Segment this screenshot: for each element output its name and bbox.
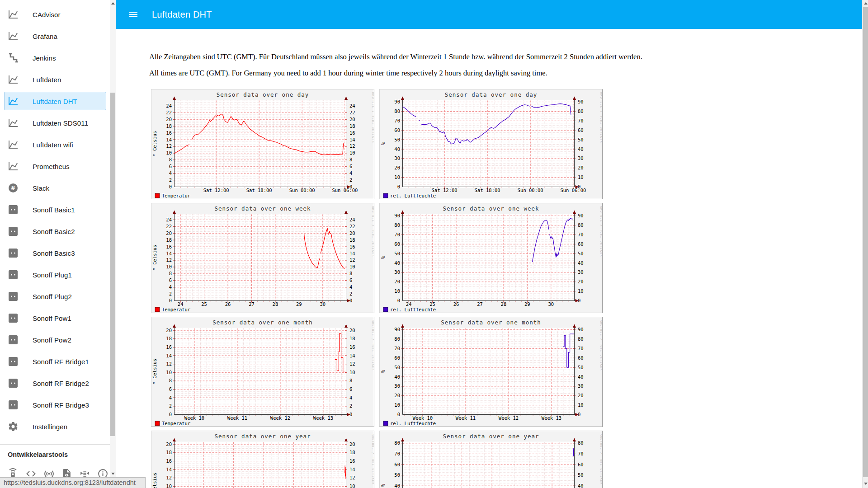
svg-text:Sensor data over one week: Sensor data over one week <box>214 205 311 212</box>
svg-text:10: 10 <box>394 402 400 408</box>
svg-text:28: 28 <box>501 301 507 307</box>
svg-text:6: 6 <box>349 386 352 392</box>
svg-text:12: 12 <box>349 361 355 366</box>
status-url: https://tedsluis.duckdns.org:8123/luftda… <box>4 479 136 486</box>
svg-text:80: 80 <box>578 336 584 342</box>
sidebar-item-slack[interactable]: #Slack <box>0 177 116 199</box>
sidebar-item-luftdaten-wifi[interactable]: Luftdaten wifi <box>0 134 116 155</box>
svg-text:0: 0 <box>397 298 400 303</box>
svg-text:80: 80 <box>578 440 584 446</box>
sidebar-item-sonoff-rf-bridge3[interactable]: Sonoff RF Bridge3 <box>0 394 116 416</box>
svg-text:50: 50 <box>578 472 584 478</box>
svg-text:70: 70 <box>578 232 584 237</box>
svg-text:80: 80 <box>578 222 584 228</box>
svg-text:Week 13: Week 13 <box>313 415 333 421</box>
svg-text:Week 13: Week 13 <box>542 415 561 421</box>
svg-text:RRDTOOL / TOBI OETIKER: RRDTOOL / TOBI OETIKER <box>599 320 602 371</box>
svg-text:10: 10 <box>349 150 355 155</box>
menu-icon[interactable] <box>128 9 139 20</box>
svg-text:%: % <box>380 142 386 145</box>
sidebar-item-cadvisor[interactable]: CAdvisor <box>0 4 116 25</box>
svg-text:60: 60 <box>394 462 400 467</box>
sidebar-item-label: Sonoff Pow2 <box>33 336 71 344</box>
sidebar-item-sonoff-rf-bridge2[interactable]: Sonoff RF Bridge2 <box>0 372 116 394</box>
sidebar-scrollbar[interactable] <box>110 0 116 488</box>
svg-text:16: 16 <box>349 344 355 350</box>
svg-text:° Celsius: ° Celsius <box>152 245 157 271</box>
main-scroll-thumb[interactable] <box>863 7 868 477</box>
svg-text:10: 10 <box>349 370 355 375</box>
sidebar-scroll-up-icon[interactable] <box>111 2 115 5</box>
svg-text:Week 12: Week 12 <box>499 415 519 421</box>
sidebar: CAdvisorGrafanaJenkinsLuftdatenLuftdaten… <box>0 0 116 488</box>
svg-text:40: 40 <box>394 374 400 380</box>
svg-text:#: # <box>10 184 15 192</box>
svg-text:10: 10 <box>394 288 400 294</box>
svg-text:18: 18 <box>349 123 355 129</box>
sidebar-item-sonoff-pow2[interactable]: Sonoff Pow2 <box>0 329 116 351</box>
svg-text:8: 8 <box>349 157 352 162</box>
svg-text:18: 18 <box>166 336 172 341</box>
sidebar-item-sonoff-rf-bridge1[interactable]: Sonoff RF Bridge1 <box>0 351 116 372</box>
sidebar-item-jenkins[interactable]: Jenkins <box>0 47 116 69</box>
main-scrollbar[interactable] <box>862 0 868 488</box>
sidebar-item-luftdaten-dht[interactable]: Luftdaten DHT <box>0 90 116 112</box>
svg-text:10: 10 <box>166 264 172 269</box>
svg-text:40: 40 <box>394 260 400 266</box>
sidebar-item-sonoff-basic2[interactable]: Sonoff Basic2 <box>0 221 116 242</box>
sidebar-divider <box>0 444 116 445</box>
sidebar-item-label: Luftdaten <box>33 76 61 84</box>
socket-icon <box>8 399 19 410</box>
socket-icon <box>8 378 19 389</box>
sidebar-item-sonoff-pow1[interactable]: Sonoff Pow1 <box>0 307 116 329</box>
svg-text:%: % <box>380 256 386 259</box>
svg-text:10: 10 <box>349 483 355 488</box>
svg-text:18: 18 <box>349 237 355 243</box>
svg-text:26: 26 <box>225 301 231 307</box>
socket-icon <box>8 334 19 345</box>
svg-text:Sun 00:00: Sun 00:00 <box>289 188 315 193</box>
sidebar-item-label: Luftdaten SDS011 <box>33 119 88 127</box>
svg-text:RRDTOOL / TOBI OETIKER: RRDTOOL / TOBI OETIKER <box>371 92 374 143</box>
svg-text:80: 80 <box>394 440 400 446</box>
svg-text:60: 60 <box>394 241 400 247</box>
main-scroll-down-icon[interactable] <box>864 483 868 485</box>
svg-text:2: 2 <box>349 177 352 183</box>
svg-text:27: 27 <box>249 301 255 307</box>
svg-text:8: 8 <box>349 271 352 276</box>
svg-text:rel. Luftfeuchte: rel. Luftfeuchte <box>390 421 436 426</box>
svg-text:° Celsius: ° Celsius <box>152 473 157 488</box>
svg-text:%: % <box>380 483 386 487</box>
sidebar-item-instellingen[interactable]: Instellingen <box>0 416 116 437</box>
svg-text:12: 12 <box>349 475 355 480</box>
sidebar-item-grafana[interactable]: Grafana <box>0 25 116 47</box>
svg-text:20: 20 <box>349 230 355 236</box>
svg-text:Sensor data over one month: Sensor data over one month <box>441 319 541 326</box>
sidebar-item-sonoff-basic3[interactable]: Sonoff Basic3 <box>0 242 116 264</box>
svg-text:14: 14 <box>349 467 355 472</box>
svg-text:25: 25 <box>429 301 435 307</box>
svg-text:Sun 06:00: Sun 06:00 <box>332 188 358 193</box>
svg-text:Sensor data over one day: Sensor data over one day <box>217 91 309 98</box>
svg-text:0: 0 <box>169 412 172 417</box>
sidebar-item-prometheus[interactable]: Prometheus <box>0 155 116 177</box>
svg-text:Sensor data over one week: Sensor data over one week <box>443 205 539 212</box>
svg-text:RRDTOOL / TOBI OETIKER: RRDTOOL / TOBI OETIKER <box>599 206 602 257</box>
svg-text:Sun 06:00: Sun 06:00 <box>560 188 586 193</box>
svg-text:6: 6 <box>349 277 352 283</box>
svg-text:30: 30 <box>578 155 584 161</box>
svg-text:Temperatur: Temperatur <box>162 421 190 426</box>
svg-text:0: 0 <box>349 298 352 303</box>
sidebar-scroll-thumb[interactable] <box>110 93 115 436</box>
svg-text:14: 14 <box>166 251 172 256</box>
sidebar-item-luftdaten[interactable]: Luftdaten <box>0 69 116 90</box>
main-scroll-up-icon[interactable] <box>864 2 868 5</box>
svg-text:° Celsius: ° Celsius <box>152 131 157 157</box>
sidebar-scroll-down-icon[interactable] <box>111 473 115 475</box>
sidebar-item-luftdaten-sds011[interactable]: Luftdaten SDS011 <box>0 112 116 134</box>
sidebar-item-sonoff-basic1[interactable]: Sonoff Basic1 <box>0 199 116 221</box>
sidebar-item-label: Luftdaten wifi <box>33 141 73 149</box>
sidebar-item-sonoff-plug2[interactable]: Sonoff Plug2 <box>0 286 116 307</box>
svg-text:10: 10 <box>166 370 172 375</box>
sidebar-item-sonoff-plug1[interactable]: Sonoff Plug1 <box>0 264 116 286</box>
